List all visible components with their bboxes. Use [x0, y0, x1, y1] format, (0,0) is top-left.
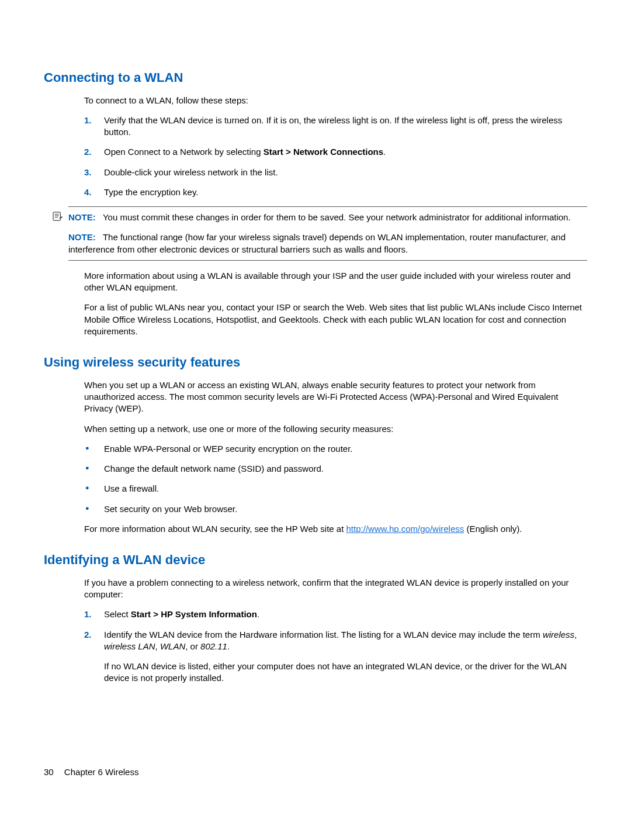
- s3-c2: ,: [155, 641, 160, 651]
- step-1: 1. Verify that the WLAN device is turned…: [84, 115, 587, 139]
- heading-connecting-wlan: Connecting to a WLAN: [44, 69, 587, 87]
- section1-tail: More information about using a WLAN is a…: [84, 270, 587, 337]
- step-number: 2.: [84, 146, 92, 158]
- step-number: 3.: [84, 167, 92, 178]
- section3-steps: 1. Select Start > HP System Information.…: [84, 609, 587, 684]
- s3-step1-prefix: Select: [104, 609, 131, 619]
- step-text: Double-click your wireless network in th…: [104, 167, 278, 177]
- s3-step1-suffix: .: [257, 609, 259, 619]
- hp-wireless-link[interactable]: http://www.hp.com/go/wireless: [346, 524, 464, 534]
- list-item: Change the default network name (SSID) a…: [84, 463, 587, 475]
- list-item: Enable WPA-Personal or WEP security encr…: [84, 443, 587, 455]
- section2-para2: When setting up a network, use one or mo…: [84, 423, 587, 435]
- para3-suffix: (English only).: [464, 524, 522, 534]
- page-footer: 30 Chapter 6 Wireless: [44, 766, 587, 778]
- step-2: 2. Open Connect to a Network by selectin…: [84, 146, 587, 158]
- section1-body: To connect to a WLAN, follow these steps…: [84, 95, 587, 199]
- section3-body: If you have a problem connecting to a wi…: [84, 577, 587, 685]
- security-measures-list: Enable WPA-Personal or WEP security encr…: [84, 443, 587, 515]
- para-public-wlans: For a list of public WLANs near you, con…: [84, 302, 587, 337]
- step2-prefix: Open Connect to a Network by selecting: [104, 147, 264, 157]
- s3-step2-i1: wireless: [543, 630, 574, 639]
- heading-wireless-security: Using wireless security features: [44, 354, 587, 371]
- step2-bold: Start > Network Connections: [264, 147, 383, 157]
- step-2: 2. Identify the WLAN device from the Har…: [84, 629, 587, 685]
- s3-step2-i3: WLAN: [160, 641, 185, 651]
- step-4: 4. Type the encryption key.: [84, 186, 587, 198]
- step2-suffix: .: [383, 147, 386, 157]
- section3-intro: If you have a problem connecting to a wi…: [84, 577, 587, 601]
- step-text: Verify that the WLAN device is turned on…: [104, 115, 562, 137]
- step-number: 1.: [84, 115, 92, 126]
- note-label: NOTE:: [68, 232, 96, 242]
- heading-identifying-wlan: Identifying a WLAN device: [44, 551, 587, 569]
- section1-steps: 1. Verify that the WLAN device is turned…: [84, 115, 587, 198]
- svg-rect-0: [53, 212, 60, 220]
- note-2: NOTE: The functional range (how far your…: [68, 226, 587, 261]
- section2-body: When you set up a WLAN or access an exis…: [84, 379, 587, 535]
- list-item: Set security on your Web browser.: [84, 503, 587, 515]
- note-label: NOTE:: [68, 212, 96, 222]
- step-3: 3. Double-click your wireless network in…: [84, 167, 587, 178]
- section2-para1: When you set up a WLAN or access an exis…: [84, 379, 587, 415]
- s3-step1-bold: Start > HP System Information: [131, 609, 257, 619]
- note-row: NOTE: You must commit these changes in o…: [68, 212, 587, 223]
- s3-c4: .: [227, 641, 230, 651]
- section1-intro: To connect to a WLAN, follow these steps…: [84, 95, 587, 106]
- para-more-info: More information about using a WLAN is a…: [84, 270, 587, 294]
- s3-step2-i2: wireless LAN: [104, 641, 155, 651]
- step-number: 2.: [84, 629, 92, 641]
- step-number: 4.: [84, 186, 92, 198]
- s3-c3: , or: [185, 641, 200, 651]
- note-text: You must commit these changes in order f…: [103, 212, 571, 222]
- page-number: 30: [44, 766, 54, 778]
- note-text: The functional range (how far your wirel…: [68, 232, 566, 254]
- note-container: NOTE: You must commit these changes in o…: [68, 206, 587, 261]
- s3-step2-prefix: Identify the WLAN device from the Hardwa…: [104, 630, 543, 639]
- document-page: Connecting to a WLAN To connect to a WLA…: [0, 0, 631, 813]
- s3-c1: ,: [574, 630, 577, 639]
- step-text: Select Start > HP System Information.: [104, 609, 259, 619]
- step-number: 1.: [84, 609, 92, 620]
- s3-step2-i4: 802.11: [200, 641, 227, 651]
- step-text: Type the encryption key.: [104, 187, 198, 197]
- note-1: NOTE: You must commit these changes in o…: [68, 206, 587, 226]
- step-1: 1. Select Start > HP System Information.: [84, 609, 587, 620]
- note-icon: [53, 212, 63, 224]
- para3-prefix: For more information about WLAN security…: [84, 524, 346, 534]
- step-2-sub: If no WLAN device is listed, either your…: [104, 661, 587, 685]
- list-item: Use a firewall.: [84, 483, 587, 495]
- step-text: Identify the WLAN device from the Hardwa…: [104, 630, 577, 651]
- step-text: Open Connect to a Network by selecting S…: [104, 147, 386, 157]
- chapter-label: Chapter 6 Wireless: [64, 767, 139, 777]
- section2-para3: For more information about WLAN security…: [84, 523, 587, 535]
